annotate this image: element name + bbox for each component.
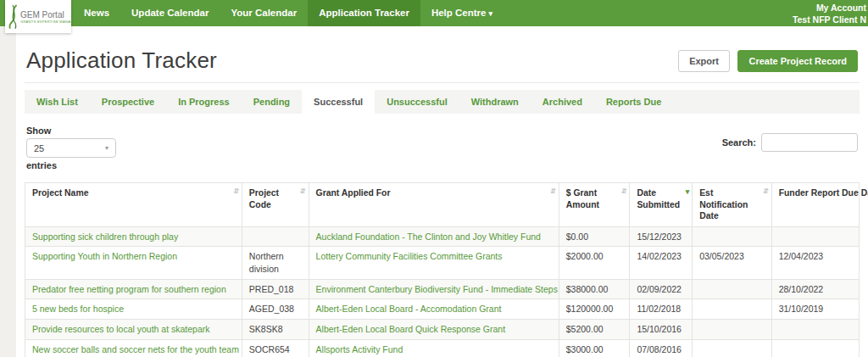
project-name-link[interactable]: Predator free netting program for southe… xyxy=(32,284,226,294)
tab-reports-due[interactable]: Reports Due xyxy=(594,90,673,114)
sort-icon: ⇵ xyxy=(233,187,239,196)
export-button[interactable]: Export xyxy=(678,50,730,72)
cell-funder-report-due-date xyxy=(771,226,859,247)
gem-logo-swirl-icon xyxy=(8,3,20,31)
tab-archived[interactable]: Archived xyxy=(531,90,594,114)
cell-grant-applied-for: Allsports Activity Fund xyxy=(309,339,559,357)
tab-pending[interactable]: Pending xyxy=(242,90,302,114)
cell-date-submitted: 07/08/2016 xyxy=(630,339,693,357)
table-row: New soccer balls and soccer nets for the… xyxy=(25,339,860,357)
sort-icon: ⇵ xyxy=(300,187,306,196)
client-name: Test NFP Client N xyxy=(793,14,866,26)
show-label: Show xyxy=(26,126,116,136)
account-info[interactable]: My Account Test NFP Client N xyxy=(793,3,866,25)
cell-est-notification-date: 03/05/2023 xyxy=(693,247,771,279)
cell-date-submitted: 02/09/2022 xyxy=(630,279,693,299)
project-name-link[interactable]: Provide resources to local youth at skat… xyxy=(32,324,210,334)
tab-withdrawn[interactable]: Withdrawn xyxy=(459,90,531,114)
search-control: Search: xyxy=(722,133,858,152)
column-header-project-name[interactable]: Project Name⇵ xyxy=(25,183,242,227)
cell-project-code: SK8SK8 xyxy=(242,319,309,339)
grant-applied-for-link[interactable]: Albert-Eden Local Board Quick Response G… xyxy=(316,324,506,334)
cell-funder-report-due-date xyxy=(771,339,859,357)
my-account-link[interactable]: My Account xyxy=(793,3,866,14)
cell-project-code: AGED_038 xyxy=(242,299,309,320)
page-length-control: Show 25 ▾ entries xyxy=(26,126,116,170)
cell-project-name: 5 new beds for hospice xyxy=(25,299,242,320)
table-row: 5 new beds for hospiceAGED_038Albert-Ede… xyxy=(25,299,860,320)
grant-applied-for-link[interactable]: Allsports Activity Fund xyxy=(316,344,403,354)
tab-in-progress[interactable]: In Progress xyxy=(166,90,242,114)
cell-project-name: Supporting Youth in Northern Region xyxy=(25,247,242,279)
header-buttons: Export Create Project Record xyxy=(678,50,858,72)
cell-funder-report-due-date: 12/04/2023 xyxy=(771,247,859,279)
search-input[interactable] xyxy=(761,133,858,152)
project-name-link[interactable]: Supporting sick children through play xyxy=(32,231,178,242)
cell-funder-report-due-date: 28/10/2022 xyxy=(771,279,859,299)
column-header-date-submitted[interactable]: Date Submitted▾ xyxy=(630,183,693,227)
gem-portal-logo[interactable]: GEM Portal GRANTS EXPERTISE MANAGEMENT xyxy=(5,0,71,33)
grant-applied-for-link[interactable]: Auckland Foundation - The Clinton and Jo… xyxy=(316,231,541,242)
column-header-est-notification-date[interactable]: Est Notification Date⇵ xyxy=(693,183,771,227)
cell-grant-amount: $0.00 xyxy=(559,226,630,247)
cell-est-notification-date xyxy=(693,279,771,299)
table-row: Supporting sick children through playAuc… xyxy=(25,226,860,247)
column-header-grant-amount[interactable]: $ Grant Amount⇵ xyxy=(559,183,630,227)
cell-project-code: SOCR654 xyxy=(242,339,309,357)
tab-wish-list[interactable]: Wish List xyxy=(25,90,90,114)
cell-project-name: Predator free netting program for southe… xyxy=(25,279,242,299)
cell-est-notification-date xyxy=(693,319,771,339)
cell-funder-report-due-date xyxy=(771,319,859,339)
project-name-link[interactable]: New soccer balls and soccer nets for the… xyxy=(32,344,239,354)
grant-applied-for-link[interactable]: Lottery Community Facilities Committee G… xyxy=(316,251,503,261)
nav-item-application-tracker[interactable]: Application Tracker xyxy=(308,0,420,26)
cell-grant-amount: $120000.00 xyxy=(559,299,630,320)
project-name-link[interactable]: Supporting Youth in Northern Region xyxy=(32,251,177,261)
cell-date-submitted: 14/02/2023 xyxy=(630,247,693,279)
cell-project-code xyxy=(242,226,309,247)
table-controls: Show 25 ▾ entries Search: xyxy=(25,126,860,170)
logo-text: GEM Portal GRANTS EXPERTISE MANAGEMENT xyxy=(20,10,86,24)
cell-project-code: Northern division xyxy=(242,247,309,279)
nav-items: NewsUpdate CalendarYour CalendarApplicat… xyxy=(73,0,868,26)
cell-project-name: Provide resources to local youth at skat… xyxy=(25,319,242,339)
cell-grant-amount: $38000.00 xyxy=(559,279,630,299)
search-label: Search: xyxy=(722,137,756,148)
tab-successful[interactable]: Successful xyxy=(302,90,375,114)
cell-project-name: Supporting sick children through play xyxy=(25,226,242,247)
nav-item-help-centre[interactable]: Help Centre▾ xyxy=(420,0,504,26)
sort-icon: ⇵ xyxy=(621,187,627,196)
cell-project-code: PRED_018 xyxy=(242,279,309,299)
cell-grant-amount: $3000.00 xyxy=(559,339,630,357)
navbar: GEM Portal GRANTS EXPERTISE MANAGEMENT N… xyxy=(0,0,868,26)
sort-icon: ⇵ xyxy=(763,187,769,196)
column-header-project-code[interactable]: Project Code⇵ xyxy=(242,183,309,227)
cell-date-submitted: 15/10/2016 xyxy=(630,319,693,339)
chevron-down-icon: ▾ xyxy=(105,144,108,152)
create-project-record-button[interactable]: Create Project Record xyxy=(737,50,858,72)
project-name-link[interactable]: 5 new beds for hospice xyxy=(32,304,124,314)
sort-desc-icon: ▾ xyxy=(686,187,690,198)
grant-applied-for-link[interactable]: Environment Canterbury Biodiversity Fund… xyxy=(316,284,558,294)
cell-grant-applied-for: Albert-Eden Local Board - Accomodation G… xyxy=(309,299,559,320)
cell-project-name: New soccer balls and soccer nets for the… xyxy=(25,339,242,357)
tab-bar: Wish ListProspectiveIn ProgressPendingSu… xyxy=(25,90,860,114)
cell-est-notification-date xyxy=(693,299,771,320)
logo-title: GEM Portal xyxy=(20,10,86,20)
table-row: Predator free netting program for southe… xyxy=(25,279,860,299)
cell-grant-amount: $5200.00 xyxy=(559,319,630,339)
table-body: Supporting sick children through playAuc… xyxy=(25,226,860,357)
grant-applied-for-link[interactable]: Albert-Eden Local Board - Accomodation G… xyxy=(316,304,502,314)
applications-table: Project Name⇵Project Code⇵Grant Applied … xyxy=(25,182,860,357)
tab-unsuccessful[interactable]: Unsuccessful xyxy=(375,90,459,114)
nav-item-update-calendar[interactable]: Update Calendar xyxy=(120,0,220,26)
main-content: Application Tracker Export Create Projec… xyxy=(16,26,868,357)
tab-prospective[interactable]: Prospective xyxy=(90,90,166,114)
column-header-grant-applied-for[interactable]: Grant Applied For⇵ xyxy=(309,183,559,227)
nav-item-your-calendar[interactable]: Your Calendar xyxy=(220,0,308,26)
cell-grant-amount: $2000.00 xyxy=(559,247,630,279)
page-title: Application Tracker xyxy=(26,47,217,74)
page-length-select[interactable]: 25 ▾ xyxy=(26,138,116,158)
column-header-funder-report-due-date[interactable]: Funder Report Due Date⇵ xyxy=(771,183,859,227)
chevron-down-icon: ▾ xyxy=(488,9,492,18)
